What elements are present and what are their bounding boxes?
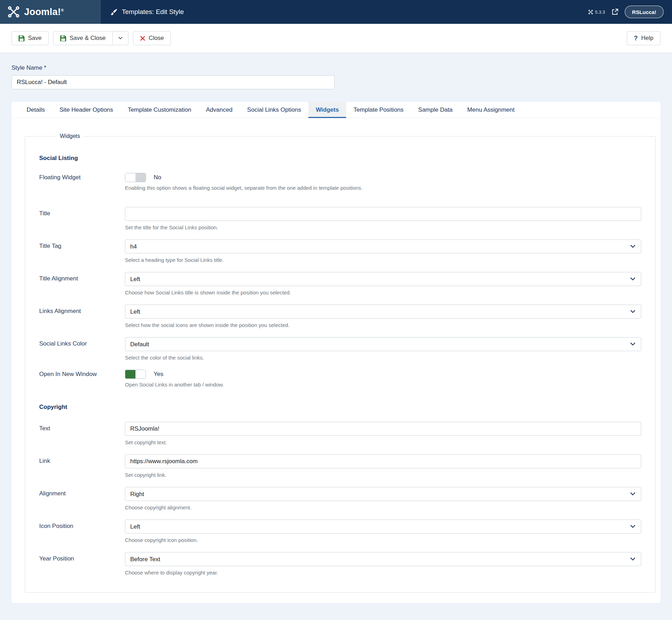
title-tag-description: Select a heading type for Social Links t…	[125, 257, 641, 263]
icon-position-select-wrap: Left	[125, 520, 641, 534]
open-in-new-window-toggle[interactable]	[125, 370, 146, 379]
save-close-button-label: Save & Close	[70, 35, 106, 42]
switch-segment-off	[135, 173, 146, 182]
section-heading-copyright: Copyright	[39, 404, 641, 411]
title-alignment-select[interactable]: Left	[125, 272, 641, 286]
title-tag-label: Title Tag	[39, 239, 125, 263]
copyright-alignment-select-wrap: Right	[125, 487, 641, 501]
tab-site-header-options[interactable]: Site Header Options	[52, 102, 120, 118]
social-links-color-label: Social Links Color	[39, 337, 125, 361]
version-number: 5.3.3	[595, 9, 605, 15]
joomla-logo-icon	[8, 6, 20, 18]
field-title-tag: Title Tag h4 Select a heading type for S…	[39, 239, 641, 263]
close-button-label: Close	[149, 35, 164, 42]
widgets-fieldset: Widgets Social Listing Floating Widget N…	[25, 133, 656, 593]
save-icon	[60, 35, 66, 41]
external-link-icon	[611, 8, 618, 15]
page-title-wrap: Templates: Edit Style	[101, 0, 194, 24]
social-links-color-description: Select the color of the social links.	[125, 355, 641, 361]
registered-mark: ®	[61, 8, 64, 12]
tab-menu-assignment[interactable]: Menu Assignment	[460, 102, 522, 118]
help-button[interactable]: ? Help	[627, 31, 660, 45]
field-copyright-link: Link Set copyright link.	[39, 454, 641, 478]
style-name-section: Style Name *	[0, 53, 672, 89]
title-input[interactable]	[125, 207, 641, 221]
user-menu-button[interactable]: RSLucca!	[625, 6, 664, 18]
save-dropdown-toggle[interactable]	[113, 31, 128, 45]
save-button[interactable]: Save	[12, 31, 49, 45]
brand-wordmark: Joomla!®	[24, 7, 64, 18]
header-right: 5.3.3 RSLucca!	[588, 0, 672, 24]
switch-segment-on	[125, 370, 135, 378]
brand-block: Joomla!®	[0, 0, 101, 24]
copyright-text-input[interactable]	[125, 422, 641, 436]
save-close-button[interactable]: Save & Close	[53, 31, 113, 45]
tab-template-positions[interactable]: Template Positions	[346, 102, 411, 118]
tab-template-customization[interactable]: Template Customization	[120, 102, 198, 118]
switch-segment-on	[125, 173, 135, 182]
edit-style-card: Details Site Header Options Template Cus…	[12, 102, 660, 603]
field-links-alignment: Links Alignment Left Select how the soci…	[39, 305, 641, 328]
save-close-group: Save & Close	[53, 31, 128, 45]
field-title: Title Set the title for the Social Links…	[39, 207, 641, 230]
floating-widget-state: No	[154, 174, 161, 181]
icon-position-description: Choose copyright icon position.	[125, 537, 641, 543]
close-icon	[140, 36, 145, 41]
open-in-new-window-description: Open Social Links in another tab / windo…	[125, 382, 641, 388]
admin-header: Joomla!® Templates: Edit Style 5.3.3	[0, 0, 672, 24]
links-alignment-select-wrap: Left	[125, 305, 641, 319]
copyright-alignment-select[interactable]: Right	[125, 487, 641, 501]
links-alignment-label: Links Alignment	[39, 305, 125, 328]
tab-bar: Details Site Header Options Template Cus…	[12, 102, 660, 118]
close-button[interactable]: Close	[133, 31, 171, 45]
open-in-new-window-label: Open In New Window	[39, 370, 125, 388]
title-alignment-description: Choose how Social Links title is shown i…	[125, 290, 641, 295]
tab-social-links-options[interactable]: Social Links Options	[240, 102, 308, 118]
floating-widget-toggle[interactable]	[125, 173, 146, 182]
tab-sample-data[interactable]: Sample Data	[411, 102, 460, 118]
style-name-label: Style Name *	[12, 64, 660, 71]
style-name-input[interactable]	[12, 75, 335, 89]
social-links-color-select-wrap: Default	[125, 337, 641, 351]
tab-widgets[interactable]: Widgets	[308, 102, 346, 118]
icon-position-select[interactable]: Left	[125, 520, 641, 534]
title-tag-select[interactable]: h4	[125, 239, 641, 253]
links-alignment-select[interactable]: Left	[125, 305, 641, 319]
copyright-link-description: Set copyright link.	[125, 472, 641, 478]
chevron-down-icon	[118, 35, 123, 41]
year-position-select[interactable]: Before Text	[125, 552, 641, 566]
help-icon: ?	[634, 35, 638, 42]
open-in-new-window-state: Yes	[154, 371, 163, 378]
copyright-link-input[interactable]	[125, 454, 641, 468]
title-label: Title	[39, 207, 125, 230]
toolbar: Save Save & Close Close ?	[0, 24, 672, 53]
widgets-panel-body: Widgets Social Listing Floating Widget N…	[12, 118, 660, 603]
joomla-mini-icon	[588, 10, 593, 14]
save-button-label: Save	[28, 35, 42, 42]
field-year-position: Year Position Before Text Choose where t…	[39, 552, 641, 576]
links-alignment-description: Select how the social icons are shown in…	[125, 322, 641, 328]
switch-segment-off	[135, 370, 146, 378]
preview-site-button[interactable]	[610, 7, 620, 17]
floating-widget-label: Floating Widget	[39, 173, 125, 191]
social-links-color-select[interactable]: Default	[125, 337, 641, 351]
floating-widget-description: Enabling this option shows a floating so…	[125, 185, 641, 191]
help-button-label: Help	[641, 35, 653, 42]
year-position-description: Choose where to display copyright year.	[125, 570, 641, 576]
copyright-link-label: Link	[39, 454, 125, 478]
copyright-alignment-label: Alignment	[39, 487, 125, 510]
widgets-legend: Widgets	[57, 133, 83, 139]
title-tag-select-wrap: h4	[125, 239, 641, 253]
version-label: 5.3.3	[588, 9, 605, 15]
field-open-in-new-window: Open In New Window Yes Open Social Links…	[39, 370, 641, 388]
tab-advanced[interactable]: Advanced	[198, 102, 240, 118]
tab-details[interactable]: Details	[19, 102, 52, 118]
title-alignment-label: Title Alignment	[39, 272, 125, 295]
copyright-text-label: Text	[39, 422, 125, 445]
field-copyright-text: Text Set copyright text.	[39, 422, 641, 445]
field-title-alignment: Title Alignment Left Choose how Social L…	[39, 272, 641, 295]
icon-position-label: Icon Position	[39, 520, 125, 543]
save-icon	[19, 35, 24, 41]
year-position-select-wrap: Before Text	[125, 552, 641, 566]
field-copyright-alignment: Alignment Right Choose copyright alignme…	[39, 487, 641, 510]
